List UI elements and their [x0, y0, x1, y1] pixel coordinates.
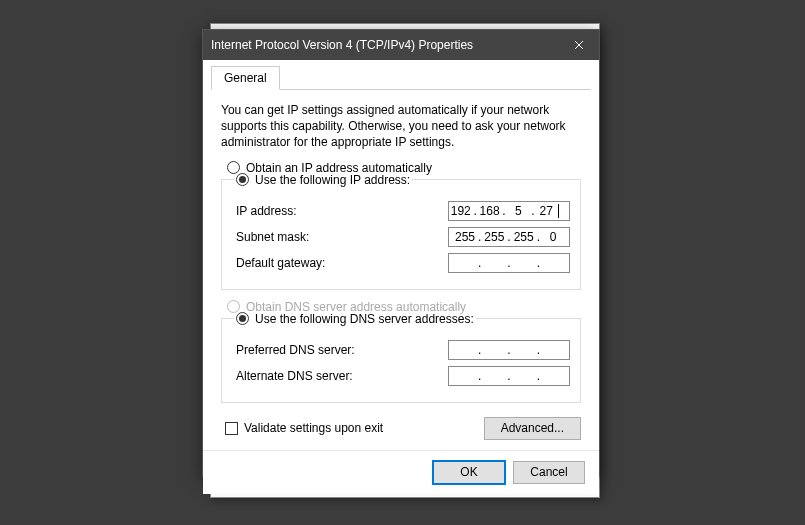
radio-icon — [227, 300, 240, 313]
ip-group: Use the following IP address: IP address… — [221, 173, 581, 290]
radio-icon — [236, 173, 249, 186]
radio-ip-manual[interactable]: Use the following IP address: — [236, 173, 410, 187]
label-gateway: Default gateway: — [232, 256, 448, 270]
intro-text: You can get IP settings assigned automat… — [221, 102, 581, 151]
label-preferred-dns: Preferred DNS server: — [232, 343, 448, 357]
input-alternate-dns[interactable]: . . . — [448, 366, 570, 386]
input-ip-address[interactable]: 192. 168. 5. 27 — [448, 201, 570, 221]
close-icon — [574, 40, 584, 50]
label-alternate-dns: Alternate DNS server: — [232, 369, 448, 383]
checkbox-icon — [225, 422, 238, 435]
dns-group: Use the following DNS server addresses: … — [221, 312, 581, 403]
cancel-button[interactable]: Cancel — [513, 461, 585, 484]
row-ip-address: IP address: 192. 168. 5. 27 — [232, 201, 570, 221]
radio-icon — [227, 161, 240, 174]
dialog-titlebar: Internet Protocol Version 4 (TCP/IPv4) P… — [203, 30, 599, 60]
row-preferred-dns: Preferred DNS server: . . . — [232, 340, 570, 360]
tab-general[interactable]: General — [211, 66, 280, 90]
label-ip-address: IP address: — [232, 204, 448, 218]
dialog-footer: OK Cancel — [203, 450, 599, 494]
checkbox-validate-label: Validate settings upon exit — [244, 421, 383, 435]
close-button[interactable] — [559, 30, 599, 60]
radio-dns-manual[interactable]: Use the following DNS server addresses: — [236, 312, 474, 326]
input-gateway[interactable]: . . . — [448, 253, 570, 273]
radio-icon — [236, 312, 249, 325]
advanced-button[interactable]: Advanced... — [484, 417, 581, 440]
bottom-row: Validate settings upon exit Advanced... — [221, 413, 581, 440]
row-subnet: Subnet mask: 255. 255. 255. 0 — [232, 227, 570, 247]
radio-dns-manual-label: Use the following DNS server addresses: — [255, 312, 474, 326]
input-preferred-dns[interactable]: . . . — [448, 340, 570, 360]
radio-ip-manual-label: Use the following IP address: — [255, 173, 410, 187]
dialog-body: You can get IP settings assigned automat… — [203, 90, 599, 450]
checkbox-validate[interactable]: Validate settings upon exit — [221, 421, 383, 435]
dialog-title: Internet Protocol Version 4 (TCP/IPv4) P… — [211, 38, 559, 52]
row-gateway: Default gateway: . . . — [232, 253, 570, 273]
tab-strip: General — [203, 60, 599, 90]
ipv4-properties-dialog: Internet Protocol Version 4 (TCP/IPv4) P… — [202, 29, 600, 477]
ok-button[interactable]: OK — [433, 461, 505, 484]
row-alternate-dns: Alternate DNS server: . . . — [232, 366, 570, 386]
label-subnet: Subnet mask: — [232, 230, 448, 244]
input-subnet[interactable]: 255. 255. 255. 0 — [448, 227, 570, 247]
